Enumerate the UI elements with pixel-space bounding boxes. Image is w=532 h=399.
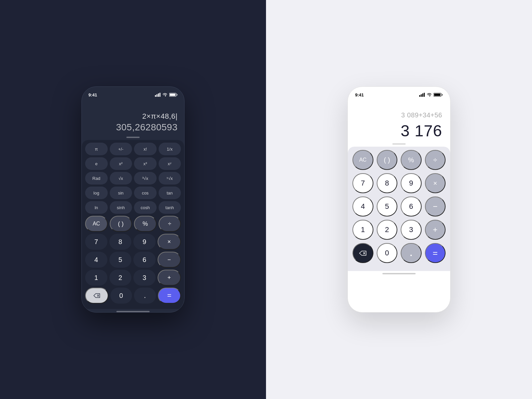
keypad-light: AC ( ) % ÷ 7 8 9 × 4 5 6 − 1 2 [348, 147, 450, 271]
key-7-light[interactable]: 7 [352, 173, 373, 193]
key-9-dark[interactable]: 9 [133, 234, 156, 250]
wifi-icon [162, 93, 168, 97]
key-backspace-light[interactable] [352, 243, 373, 263]
phone-dark: 9:41 [81, 86, 185, 313]
key-row-2-light: 7 8 9 × [352, 173, 446, 193]
wifi-icon-light [427, 93, 432, 97]
key-cosh[interactable]: cosh [134, 201, 157, 214]
key-minus-dark[interactable]: − [158, 252, 181, 268]
key-9-light[interactable]: 9 [401, 173, 422, 193]
key-row-3-light: 4 5 6 − [352, 197, 446, 216]
svg-rect-0 [155, 95, 156, 97]
key-cos[interactable]: cos [134, 187, 157, 199]
expression-dark: 2×π×48,6| [88, 112, 178, 121]
key-equals-light[interactable]: = [425, 243, 446, 263]
battery-icon [169, 93, 178, 97]
key-percent-light[interactable]: % [401, 150, 422, 170]
key-x3[interactable]: x³ [134, 157, 157, 170]
svg-rect-7 [421, 94, 422, 97]
key-sinh[interactable]: sinh [110, 201, 132, 214]
key-tan[interactable]: tan [159, 187, 181, 199]
svg-rect-8 [422, 93, 423, 97]
key-factorial[interactable]: x! [134, 143, 157, 155]
svg-rect-11 [434, 94, 441, 96]
svg-rect-2 [158, 93, 159, 97]
drag-indicator-dark [126, 137, 140, 138]
key-row-1-dark: π +/- x! 1/x [85, 143, 181, 155]
key-ac-light[interactable]: AC [352, 150, 373, 170]
key-divide-light[interactable]: ÷ [425, 150, 446, 170]
key-row-9-dark: 1 2 3 + [85, 270, 181, 286]
key-0-dark[interactable]: 0 [110, 288, 132, 304]
key-row-5-light: 0 . = [352, 243, 446, 263]
key-sin[interactable]: sin [110, 187, 132, 199]
backspace-icon-light [359, 251, 366, 256]
svg-rect-1 [157, 94, 158, 97]
key-xy[interactable]: xʸ [159, 157, 181, 170]
key-3-dark[interactable]: 3 [133, 270, 156, 286]
result-dark: 305,26280593 [88, 122, 178, 133]
key-5-light[interactable]: 5 [377, 197, 398, 216]
key-plus-dark[interactable]: + [158, 270, 181, 286]
key-2-light[interactable]: 2 [377, 220, 398, 240]
key-parens-light[interactable]: ( ) [377, 150, 398, 170]
key-row-3-dark: Rad √x ³√x ʸ√x [85, 172, 181, 185]
key-sqrt[interactable]: √x [110, 172, 132, 185]
home-bar-light [382, 273, 416, 274]
key-plus-light[interactable]: + [425, 220, 446, 240]
display-dark: 2×π×48,6| 305,26280593 [82, 99, 184, 135]
key-e[interactable]: e [85, 157, 108, 170]
key-divide-dark[interactable]: ÷ [159, 216, 181, 232]
status-bar-light: 9:41 [348, 87, 450, 99]
key-1-light[interactable]: 1 [352, 220, 373, 240]
key-multiply-light[interactable]: × [425, 173, 446, 193]
key-4-dark[interactable]: 4 [85, 252, 107, 268]
key-row-7-dark: 7 8 9 × [85, 234, 181, 250]
result-light: 3 176 [356, 122, 442, 140]
key-backspace-dark[interactable] [85, 288, 108, 304]
key-plusminus[interactable]: +/- [110, 143, 132, 155]
svg-rect-9 [424, 93, 425, 97]
key-2-dark[interactable]: 2 [109, 270, 132, 286]
key-row-8-dark: 4 5 6 − [85, 252, 181, 268]
key-ln[interactable]: ln [85, 201, 108, 214]
key-reciprocal[interactable]: 1/x [159, 143, 181, 155]
key-0-light[interactable]: 0 [377, 243, 398, 263]
key-tanh[interactable]: tanh [159, 201, 181, 214]
key-1-dark[interactable]: 1 [85, 270, 107, 286]
right-panel: 9:41 [266, 0, 532, 399]
key-ac-dark[interactable]: AC [85, 216, 108, 232]
key-equals-dark[interactable]: = [158, 288, 181, 304]
key-dot-light[interactable]: . [401, 243, 422, 263]
key-8-dark[interactable]: 8 [109, 234, 132, 250]
key-6-light[interactable]: 6 [401, 197, 422, 216]
key-cbrt[interactable]: ³√x [134, 172, 157, 185]
key-log[interactable]: log [85, 187, 108, 199]
key-row-5-dark: ln sinh cosh tanh [85, 201, 181, 214]
display-light: 3 089+34+56 3 176 [348, 99, 450, 142]
key-multiply-dark[interactable]: × [158, 234, 181, 250]
key-row-6-dark: AC ( ) % ÷ [85, 216, 181, 232]
phone-light: 9:41 [347, 86, 451, 313]
key-8-light[interactable]: 8 [377, 173, 398, 193]
key-7-dark[interactable]: 7 [85, 234, 107, 250]
backspace-icon-dark [93, 293, 100, 298]
key-pi[interactable]: π [85, 143, 108, 155]
key-x2[interactable]: x² [110, 157, 132, 170]
key-3-light[interactable]: 3 [401, 220, 422, 240]
key-minus-light[interactable]: − [425, 197, 446, 216]
key-row-2-dark: e x² x³ xʸ [85, 157, 181, 170]
key-percent-dark[interactable]: % [134, 216, 157, 232]
key-6-dark[interactable]: 6 [133, 252, 156, 268]
svg-rect-6 [419, 95, 420, 97]
home-bar-dark [116, 311, 150, 312]
svg-rect-3 [160, 93, 161, 97]
signal-icon-light [419, 93, 425, 97]
key-5-dark[interactable]: 5 [109, 252, 132, 268]
expression-light: 3 089+34+56 [356, 111, 442, 119]
key-4-light[interactable]: 4 [352, 197, 373, 216]
key-parens-dark[interactable]: ( ) [110, 216, 132, 232]
key-rad[interactable]: Rad [85, 172, 108, 185]
key-yrt[interactable]: ʸ√x [159, 172, 181, 185]
key-dot-dark[interactable]: . [134, 288, 156, 304]
